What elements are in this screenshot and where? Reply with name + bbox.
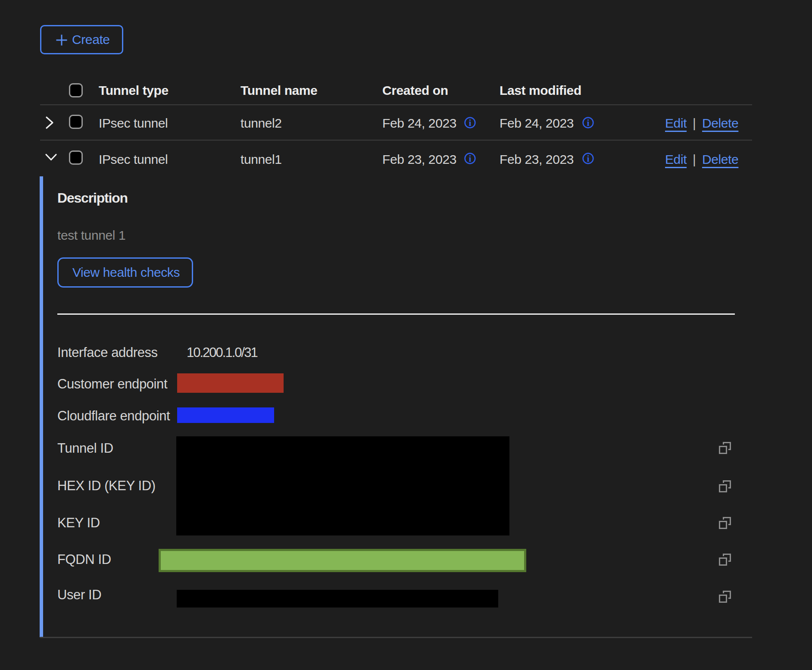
svg-text:i: i xyxy=(587,117,589,128)
svg-text:i: i xyxy=(587,153,589,164)
svg-text:i: i xyxy=(468,153,471,164)
svg-text:i: i xyxy=(468,117,471,128)
